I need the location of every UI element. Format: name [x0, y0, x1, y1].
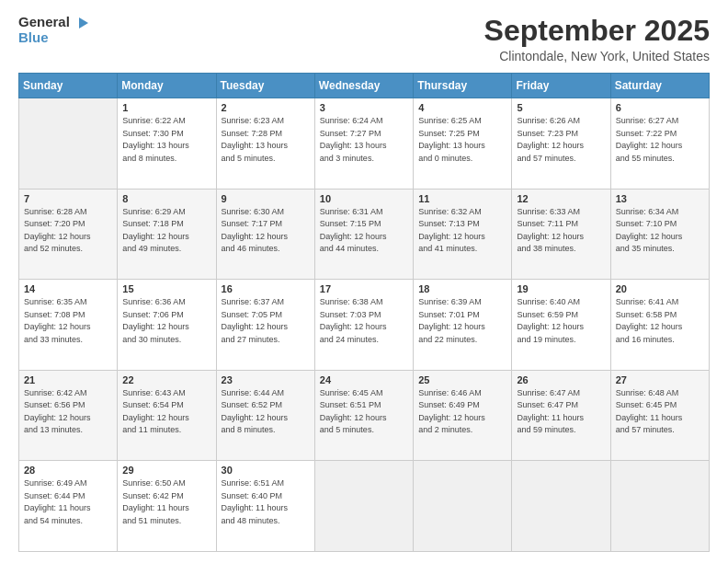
day-info: Sunrise: 6:42 AM Sunset: 6:56 PM Dayligh… — [24, 387, 112, 437]
calendar-cell: 27Sunrise: 6:48 AM Sunset: 6:45 PM Dayli… — [610, 370, 709, 461]
logo-blue: Blue — [18, 30, 90, 46]
calendar-week-4: 21Sunrise: 6:42 AM Sunset: 6:56 PM Dayli… — [19, 370, 710, 461]
day-info: Sunrise: 6:44 AM Sunset: 6:52 PM Dayligh… — [222, 387, 310, 437]
calendar-cell: 15Sunrise: 6:36 AM Sunset: 7:06 PM Dayli… — [118, 280, 216, 371]
logo-chevron — [75, 16, 90, 30]
calendar-cell: 13Sunrise: 6:34 AM Sunset: 7:10 PM Dayli… — [610, 189, 709, 280]
header-tuesday: Tuesday — [216, 74, 314, 98]
day-info: Sunrise: 6:25 AM Sunset: 7:25 PM Dayligh… — [418, 115, 506, 165]
day-info: Sunrise: 6:38 AM Sunset: 7:03 PM Dayligh… — [320, 296, 408, 346]
day-number: 30 — [222, 465, 310, 476]
day-number: 26 — [517, 374, 605, 385]
day-number: 23 — [222, 374, 310, 385]
day-number: 27 — [616, 374, 704, 385]
day-info: Sunrise: 6:27 AM Sunset: 7:22 PM Dayligh… — [616, 115, 704, 165]
day-number: 21 — [24, 374, 112, 385]
calendar-week-2: 7Sunrise: 6:28 AM Sunset: 7:20 PM Daylig… — [19, 189, 710, 280]
calendar-cell — [314, 461, 413, 552]
day-info: Sunrise: 6:24 AM Sunset: 7:27 PM Dayligh… — [320, 115, 408, 165]
calendar-cell: 17Sunrise: 6:38 AM Sunset: 7:03 PM Dayli… — [314, 280, 413, 371]
day-info: Sunrise: 6:35 AM Sunset: 7:08 PM Dayligh… — [24, 296, 112, 346]
calendar-cell: 9Sunrise: 6:30 AM Sunset: 7:17 PM Daylig… — [216, 189, 314, 280]
calendar-cell: 16Sunrise: 6:37 AM Sunset: 7:05 PM Dayli… — [216, 280, 314, 371]
day-info: Sunrise: 6:22 AM Sunset: 7:30 PM Dayligh… — [122, 115, 210, 165]
day-number: 17 — [320, 283, 408, 294]
calendar-cell: 23Sunrise: 6:44 AM Sunset: 6:52 PM Dayli… — [216, 370, 314, 461]
day-number: 15 — [122, 283, 210, 294]
calendar-body: 1Sunrise: 6:22 AM Sunset: 7:30 PM Daylig… — [19, 98, 710, 552]
day-info: Sunrise: 6:28 AM Sunset: 7:20 PM Dayligh… — [24, 206, 112, 256]
day-number: 7 — [24, 193, 112, 204]
calendar-cell: 20Sunrise: 6:41 AM Sunset: 6:58 PM Dayli… — [610, 280, 709, 371]
header-thursday: Thursday — [414, 74, 512, 98]
day-info: Sunrise: 6:36 AM Sunset: 7:06 PM Dayligh… — [122, 296, 210, 346]
day-number: 9 — [222, 193, 310, 204]
calendar-cell: 14Sunrise: 6:35 AM Sunset: 7:08 PM Dayli… — [19, 280, 118, 371]
day-number: 5 — [517, 102, 605, 113]
calendar-cell: 30Sunrise: 6:51 AM Sunset: 6:40 PM Dayli… — [216, 461, 314, 552]
logo-general: General — [18, 15, 90, 30]
title-section: September 2025 Clintondale, New York, Un… — [484, 15, 710, 63]
header-sunday: Sunday — [19, 74, 118, 98]
day-info: Sunrise: 6:50 AM Sunset: 6:42 PM Dayligh… — [122, 477, 210, 527]
day-number: 10 — [320, 193, 408, 204]
calendar-header: Sunday Monday Tuesday Wednesday Thursday… — [19, 74, 710, 98]
svg-marker-0 — [79, 17, 88, 29]
calendar-cell: 1Sunrise: 6:22 AM Sunset: 7:30 PM Daylig… — [118, 98, 216, 190]
day-number: 1 — [122, 102, 210, 113]
day-number: 29 — [122, 465, 210, 476]
day-info: Sunrise: 6:51 AM Sunset: 6:40 PM Dayligh… — [222, 477, 310, 527]
calendar-cell: 8Sunrise: 6:29 AM Sunset: 7:18 PM Daylig… — [118, 189, 216, 280]
day-info: Sunrise: 6:34 AM Sunset: 7:10 PM Dayligh… — [616, 206, 704, 256]
day-number: 12 — [517, 193, 605, 204]
calendar-cell: 19Sunrise: 6:40 AM Sunset: 6:59 PM Dayli… — [512, 280, 610, 371]
calendar-cell: 21Sunrise: 6:42 AM Sunset: 6:56 PM Dayli… — [19, 370, 118, 461]
calendar-cell: 26Sunrise: 6:47 AM Sunset: 6:47 PM Dayli… — [512, 370, 610, 461]
day-info: Sunrise: 6:48 AM Sunset: 6:45 PM Dayligh… — [616, 387, 704, 437]
header-row: Sunday Monday Tuesday Wednesday Thursday… — [19, 74, 710, 98]
calendar-cell: 25Sunrise: 6:46 AM Sunset: 6:49 PM Dayli… — [414, 370, 512, 461]
calendar-cell: 5Sunrise: 6:26 AM Sunset: 7:23 PM Daylig… — [512, 98, 610, 190]
subtitle: Clintondale, New York, United States — [484, 49, 710, 63]
main-title: September 2025 — [484, 15, 710, 47]
day-number: 25 — [418, 374, 506, 385]
calendar-cell — [610, 461, 709, 552]
day-number: 22 — [122, 374, 210, 385]
calendar-cell — [512, 461, 610, 552]
calendar-cell: 4Sunrise: 6:25 AM Sunset: 7:25 PM Daylig… — [414, 98, 512, 190]
calendar-cell: 28Sunrise: 6:49 AM Sunset: 6:44 PM Dayli… — [19, 461, 118, 552]
day-number: 4 — [418, 102, 506, 113]
day-number: 14 — [24, 283, 112, 294]
calendar-cell: 12Sunrise: 6:33 AM Sunset: 7:11 PM Dayli… — [512, 189, 610, 280]
day-info: Sunrise: 6:43 AM Sunset: 6:54 PM Dayligh… — [122, 387, 210, 437]
day-info: Sunrise: 6:49 AM Sunset: 6:44 PM Dayligh… — [24, 477, 112, 527]
day-number: 28 — [24, 465, 112, 476]
calendar-cell: 7Sunrise: 6:28 AM Sunset: 7:20 PM Daylig… — [19, 189, 118, 280]
day-info: Sunrise: 6:40 AM Sunset: 6:59 PM Dayligh… — [517, 296, 605, 346]
calendar-week-5: 28Sunrise: 6:49 AM Sunset: 6:44 PM Dayli… — [19, 461, 710, 552]
header-friday: Friday — [512, 74, 610, 98]
day-number: 8 — [122, 193, 210, 204]
top-section: General Blue September 2025 Clintondale,… — [18, 15, 710, 63]
calendar-cell: 3Sunrise: 6:24 AM Sunset: 7:27 PM Daylig… — [314, 98, 413, 190]
day-number: 19 — [517, 283, 605, 294]
day-number: 20 — [616, 283, 704, 294]
day-info: Sunrise: 6:32 AM Sunset: 7:13 PM Dayligh… — [418, 206, 506, 256]
calendar-cell: 22Sunrise: 6:43 AM Sunset: 6:54 PM Dayli… — [118, 370, 216, 461]
day-number: 6 — [616, 102, 704, 113]
day-number: 11 — [418, 193, 506, 204]
calendar-cell: 6Sunrise: 6:27 AM Sunset: 7:22 PM Daylig… — [610, 98, 709, 190]
day-info: Sunrise: 6:46 AM Sunset: 6:49 PM Dayligh… — [418, 387, 506, 437]
calendar-week-1: 1Sunrise: 6:22 AM Sunset: 7:30 PM Daylig… — [19, 98, 710, 190]
day-info: Sunrise: 6:47 AM Sunset: 6:47 PM Dayligh… — [517, 387, 605, 437]
day-number: 2 — [222, 102, 310, 113]
day-info: Sunrise: 6:26 AM Sunset: 7:23 PM Dayligh… — [517, 115, 605, 165]
day-info: Sunrise: 6:37 AM Sunset: 7:05 PM Dayligh… — [222, 296, 310, 346]
day-number: 18 — [418, 283, 506, 294]
calendar-table: Sunday Monday Tuesday Wednesday Thursday… — [18, 73, 710, 552]
day-info: Sunrise: 6:41 AM Sunset: 6:58 PM Dayligh… — [616, 296, 704, 346]
day-number: 24 — [320, 374, 408, 385]
calendar-cell — [19, 98, 118, 190]
logo: General Blue — [18, 15, 90, 46]
calendar-cell: 18Sunrise: 6:39 AM Sunset: 7:01 PM Dayli… — [414, 280, 512, 371]
